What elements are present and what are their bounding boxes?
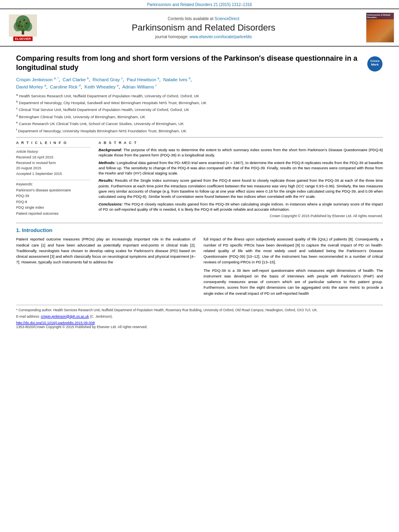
doi-line: http://dx.doi.org/10.1016/j.parkreldis.2… bbox=[16, 321, 383, 325]
abstract-methods-text: Longitudinal data gained from the PD–MED… bbox=[99, 160, 383, 176]
introduction-heading: 1. Introduction bbox=[16, 227, 383, 233]
keyword-4-text: PDQ single index bbox=[16, 205, 44, 210]
svg-point-5 bbox=[19, 21, 21, 23]
email-attribution-text: (C. Jenkinson). bbox=[90, 314, 113, 318]
article-info-abstract: A R T I C L E I N F O Article history: R… bbox=[16, 141, 383, 218]
divider-1 bbox=[16, 137, 383, 138]
author-clarke: Carl Clarke bbox=[63, 77, 86, 82]
author-gray-sup: c bbox=[121, 76, 123, 80]
revised-date: 20 August 2015 bbox=[16, 166, 90, 171]
issn-text: 1353-8020/Crown Copyright © 2015 Publish… bbox=[16, 325, 148, 329]
affiliations-section: a Health Services Research Unit, Nuffiel… bbox=[16, 92, 383, 134]
abstract-results-label: Results: bbox=[99, 178, 113, 183]
author-morley-sup: a bbox=[44, 84, 46, 87]
author-gray: Richard Gray bbox=[93, 77, 120, 82]
introduction-section: 1. Introduction Patient reported outcome… bbox=[16, 227, 383, 299]
intro-col1-p1: Patient reported outcome measures (PROs)… bbox=[16, 236, 195, 265]
keyword-2: PDQ-39 bbox=[16, 193, 90, 199]
author-email-text: crispin.jenkinson@dph.ox.ac.uk bbox=[41, 314, 89, 318]
affiliation-d: d Birmingham Clinical Trials Unit, Unive… bbox=[16, 113, 383, 120]
keyword-3-text: PDQ-8 bbox=[16, 200, 27, 204]
cover-title-text: Parkinsonism & Related Disorders bbox=[366, 13, 394, 19]
svg-point-7 bbox=[26, 23, 27, 24]
author-clarke-sup: b bbox=[87, 76, 88, 80]
affiliation-f: f Department of Neurology, University Ho… bbox=[16, 127, 383, 134]
svg-point-3 bbox=[14, 22, 22, 31]
article-content: Comparing results from long and short fo… bbox=[0, 47, 399, 332]
keyword-5-text: Patient reported outcomes bbox=[16, 212, 59, 216]
homepage-url-link[interactable]: www.elsevier.com/locate/parkreldis bbox=[189, 35, 252, 39]
journal-reference-top: Parkinsonism and Related Disorders 21 (2… bbox=[0, 0, 399, 8]
author-williams-sup: f bbox=[155, 84, 156, 87]
received-date: Received 18 April 2015 bbox=[16, 155, 90, 160]
keyword-3: PDQ-8 bbox=[16, 199, 90, 205]
abstract-conclusions-text: The PDQ-8 closely replicates results gai… bbox=[99, 202, 383, 212]
section-number: 1. bbox=[16, 227, 21, 233]
received-label: Received 18 April 2015 bbox=[16, 155, 53, 159]
abstract-header: A B S T R A C T bbox=[99, 141, 383, 145]
article-info-header: A R T I C L E I N F O bbox=[16, 141, 90, 145]
homepage-text: journal homepage: bbox=[155, 35, 189, 39]
revised-date-text: 20 August 2015 bbox=[16, 166, 41, 170]
author-morley: David Morley bbox=[16, 84, 43, 89]
author-jenkinson-sup: a, * bbox=[54, 76, 59, 80]
article-title: Comparing results from long and short fo… bbox=[16, 54, 363, 73]
keyword-1: Parkinson's disease questionnaire bbox=[16, 187, 90, 193]
author-jenkinson: Crispin Jenkinson bbox=[16, 77, 53, 82]
cover-title-label: Parkinsonism & Related Disorders bbox=[367, 14, 390, 18]
doi-link[interactable]: http://dx.doi.org/10.1016/j.parkreldis.2… bbox=[16, 321, 95, 325]
author-email-link[interactable]: crispin.jenkinson@dph.ox.ac.uk bbox=[41, 314, 89, 318]
author-williams: Adrian Williams bbox=[122, 84, 154, 89]
affiliation-d-text: Birmingham Clinical Trials Unit, Univers… bbox=[19, 115, 145, 119]
affiliation-b-text: Department of Neurology, City Hospital, … bbox=[19, 101, 206, 105]
revised-label: Received in revised form bbox=[16, 160, 90, 166]
keyword-4: PDQ single index bbox=[16, 205, 90, 210]
article-history-label: Article history: bbox=[16, 150, 90, 154]
doi-text: http://dx.doi.org/10.1016/j.parkreldis.2… bbox=[16, 321, 95, 325]
abstract-conclusions-label: Conclusions: bbox=[99, 202, 123, 206]
svg-point-4 bbox=[24, 22, 32, 31]
journal-center-info: Contents lists available at ScienceDirec… bbox=[45, 16, 362, 39]
author-hewitson: Paul Hewitson bbox=[127, 77, 156, 82]
body-column-2: full impact of the illness upon subjecti… bbox=[204, 236, 383, 299]
intro-col2-p1-text: full impact of the illness upon subjecti… bbox=[204, 237, 383, 264]
abstract-conclusions: Conclusions: The PDQ-8 closely replicate… bbox=[99, 201, 383, 212]
journal-title-main: Parkinsonism and Related Disorders bbox=[45, 23, 362, 33]
elsevier-logo: ELSEVIER bbox=[5, 14, 41, 41]
abstract-background-label: Background: bbox=[99, 148, 122, 152]
elsevier-tree-image bbox=[9, 14, 37, 37]
contents-available-line: Contents lists available at ScienceDirec… bbox=[45, 16, 362, 21]
email-note: E-mail address: crispin.jenkinson@dph.ox… bbox=[16, 314, 383, 319]
corresponding-author-text: * Corresponding author. Health Services … bbox=[16, 308, 318, 312]
author-wheatley: Keith Wheatley bbox=[84, 84, 115, 89]
accepted-date-text: Accepted 1 September 2015 bbox=[16, 172, 62, 176]
abstract-background: Background: The purpose of this study wa… bbox=[99, 147, 383, 158]
intro-col2-p2-text: The PDQ-39 is a 39 item self-report ques… bbox=[204, 268, 383, 296]
affiliation-a: a Health Services Research Unit, Nuffiel… bbox=[16, 92, 383, 99]
contents-text: Contents lists available at bbox=[168, 16, 213, 21]
sciencedirect-link[interactable]: ScienceDirect bbox=[214, 16, 239, 21]
email-label: E-mail address: bbox=[16, 314, 40, 318]
author-hewitson-sup: a bbox=[158, 76, 159, 80]
corresponding-author-note: * Corresponding author. Health Services … bbox=[16, 308, 383, 313]
author-wheatley-sup: e bbox=[117, 84, 119, 87]
authors-line: Crispin Jenkinson a, *, Carl Clarke b, R… bbox=[16, 76, 383, 91]
abstract-results-text: Results of the Single Index summary scor… bbox=[99, 178, 383, 199]
divider-2 bbox=[16, 223, 383, 223]
keyword-1-text: Parkinson's disease questionnaire bbox=[16, 188, 71, 192]
intro-col1-p1-text: Patient reported outcome measures (PROs)… bbox=[16, 237, 195, 264]
homepage-url-text: www.elsevier.com/locate/parkreldis bbox=[189, 35, 252, 39]
article-history-block: Article history: Received 18 April 2015 … bbox=[16, 147, 90, 177]
journal-cover-image: Parkinsonism & Related Disorders bbox=[366, 12, 394, 43]
journal-header: ELSEVIER Contents lists available at Sci… bbox=[0, 8, 399, 47]
author-ives: Natalie Ives bbox=[163, 77, 187, 82]
crossmark-badge[interactable]: Cross Mark bbox=[367, 56, 383, 72]
intro-col2-p2: The PDQ-39 is a 39 item self-report ques… bbox=[204, 268, 383, 296]
keyword-5: Patient reported outcomes bbox=[16, 211, 90, 216]
affiliation-b: b Department of Neurology, City Hospital… bbox=[16, 99, 383, 106]
svg-point-6 bbox=[23, 19, 25, 21]
author-ives-sup: d bbox=[189, 76, 190, 80]
sciencedirect-label: ScienceDirect bbox=[214, 16, 239, 21]
keyword-2-text: PDQ-39 bbox=[16, 194, 29, 198]
svg-point-9 bbox=[21, 26, 23, 27]
